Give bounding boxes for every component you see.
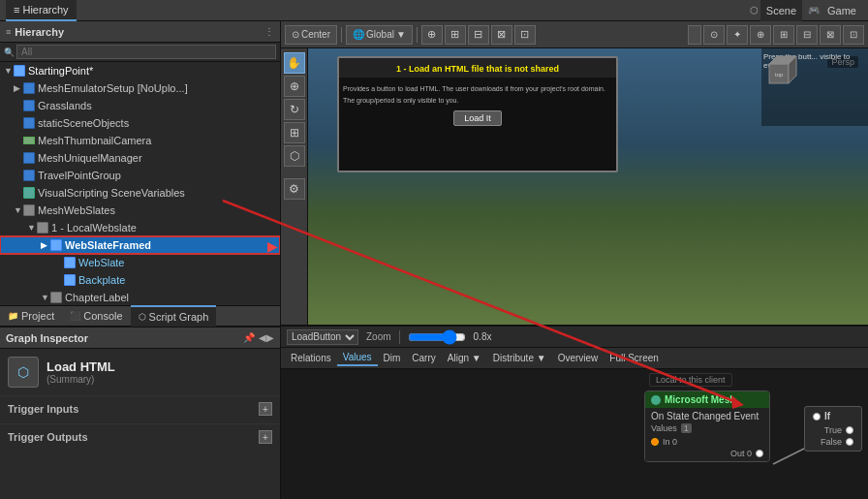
tool4-btn[interactable]: ⊠ <box>491 25 512 45</box>
html-load-btn[interactable]: Load It <box>453 110 502 126</box>
hierarchy-tab-label: ≡ Hierarchy <box>6 0 77 21</box>
tree-item-grasslands[interactable]: Grasslands <box>0 97 280 114</box>
scene-gizmo-cube: top <box>761 52 805 96</box>
vt-dim[interactable]: Dim <box>378 351 407 365</box>
tree-label: VisualScripting SceneVariables <box>38 187 185 199</box>
event-header: Microsoft Mesh <box>665 394 735 405</box>
tree-item-webslate[interactable]: WebSlate <box>0 254 280 271</box>
event-node[interactable]: Microsoft Mesh On State Changed Event Va… <box>644 390 770 462</box>
html-panel: 1 - Load an HTML file that is not shared… <box>337 56 618 172</box>
if-node[interactable]: If True False <box>804 406 862 452</box>
vt-distribute[interactable]: Distribute ▼ <box>487 351 552 365</box>
node-connections <box>281 369 868 499</box>
html-panel-title: 1 - Load an HTML file that is not shared <box>396 64 559 74</box>
gizmo-btn1[interactable]: ⊙ <box>703 25 725 45</box>
transform-tool[interactable]: ⊞ <box>284 122 305 143</box>
rotate-tool[interactable]: ↻ <box>284 99 305 120</box>
tool1-btn[interactable]: ⊕ <box>421 25 443 45</box>
tree-item-meshemulator[interactable]: ▶ MeshEmulatorSetup [NoUplo...] <box>0 79 280 97</box>
gizmo-btn3[interactable]: ⊕ <box>750 25 771 45</box>
gi-arrow-icon[interactable]: ◀▶ <box>259 332 274 343</box>
tree-item-localwebslate[interactable]: ▼ 1 - LocalWebslate <box>0 219 280 236</box>
scene-icon <box>14 65 25 77</box>
vt-overview[interactable]: Overview <box>552 351 604 365</box>
tree-label: StartingPoint* <box>28 65 93 77</box>
add-trigger-input-btn[interactable]: + <box>259 402 272 416</box>
gizmo-btn7[interactable]: ⊡ <box>843 25 864 45</box>
gizmo-btn6[interactable]: ⊠ <box>820 25 841 45</box>
scene-3d: 1 - Load an HTML file that is not shared… <box>308 48 868 325</box>
console-icon: ⬛ <box>70 311 80 321</box>
hierarchy-title: Hierarchy <box>15 26 64 38</box>
loadbutton-select[interactable]: LoadButton <box>287 329 358 345</box>
mesh-icon2 <box>23 100 35 111</box>
tree-item-webslateframed[interactable]: ▶ WebSlateFramed ▶ <box>0 236 280 254</box>
vt-align[interactable]: Align ▼ <box>442 351 487 365</box>
scene-tab[interactable]: Scene <box>760 0 802 21</box>
rect-tool[interactable]: ⬡ <box>284 145 305 167</box>
big-red-arrow <box>281 369 868 499</box>
tree-item-startingpoint[interactable]: ▼ StartingPoint* <box>0 62 280 79</box>
tool3-btn[interactable]: ⊟ <box>468 25 489 45</box>
scripting-icon <box>23 187 35 199</box>
gi-node-icon: ⬡ <box>8 357 39 388</box>
graph-inspector-panel: Graph Inspector 📌 ◀▶ ⬡ Load HTML (Summar… <box>0 327 280 499</box>
unique-icon <box>23 152 35 164</box>
gizmo-btn5[interactable]: ⊟ <box>796 25 818 45</box>
gi-title: Graph Inspector <box>6 332 88 344</box>
search-icon: 🔍 <box>4 47 15 57</box>
hierarchy-header: ≡ Hierarchy ⋮ <box>0 21 280 43</box>
local-client-label: Local to this client <box>649 373 732 387</box>
tree-label: ChapterLabel <box>65 292 129 303</box>
tool5-btn[interactable]: ⊡ <box>514 25 536 45</box>
gizmo-btn2[interactable]: ✦ <box>727 25 748 45</box>
travel-icon <box>23 170 35 181</box>
game-tab[interactable]: Game <box>822 0 862 21</box>
zoom-slider[interactable] <box>408 331 466 343</box>
hierarchy-menu-icon[interactable]: ⋮ <box>264 26 274 37</box>
tree-item-travel[interactable]: TravelPointGroup <box>0 167 280 184</box>
vt-relations[interactable]: Relations <box>285 351 337 365</box>
tree-label: Backplate <box>78 274 125 286</box>
svg-text:top: top <box>775 72 784 78</box>
gear-tool[interactable]: ⚙ <box>284 178 305 200</box>
tree-item-backplate[interactable]: Backplate <box>0 271 280 289</box>
tree-label: MeshThumbnailCamera <box>38 135 151 146</box>
controls-sep2 <box>417 27 418 43</box>
scene-controls-bar: ⊙Center 🌐Global▼ ⊕ ⊞ ⊟ ⊠ ⊡ ⊙ ✦ ⊕ ⊞ ⊟ ⊠ ⊡ <box>281 21 868 48</box>
tree-label: 1 - LocalWebslate <box>51 222 137 234</box>
global-button[interactable]: 🌐Global▼ <box>346 25 413 45</box>
script-graph-section: LoadButton Zoom 0.8x Relations Values Di… <box>281 325 868 499</box>
tree-item-chapterlabel[interactable]: ▼ ChapterLabel <box>0 289 280 305</box>
tab-project[interactable]: 📁 Project <box>0 305 62 327</box>
false-label: False <box>821 437 842 447</box>
controls-sep1 <box>341 27 342 43</box>
local-icon <box>37 222 48 234</box>
tree-label: MeshWebSlates <box>38 204 115 216</box>
tool2-btn[interactable]: ⊞ <box>445 25 466 45</box>
tree-label: MeshUniquelManager <box>38 152 142 164</box>
scene-view: ✋ ⊕ ↻ ⊞ ⬡ ⚙ 1 - Load an HTML file that i… <box>281 48 868 325</box>
tab-console[interactable]: ⬛ Console <box>62 305 130 327</box>
tree-label: WebSlate <box>78 257 125 268</box>
2d-button[interactable] <box>688 25 701 45</box>
hierarchy-search-input[interactable] <box>16 45 276 59</box>
tree-item-webslates[interactable]: ▼ MeshWebSlates <box>0 202 280 219</box>
tree-item-camera[interactable]: MeshThumbnailCamera <box>0 132 280 149</box>
vt-fullscreen[interactable]: Full Screen <box>604 351 665 365</box>
tree-item-static[interactable]: staticSceneObjects <box>0 114 280 132</box>
webslateframed-icon <box>50 239 62 251</box>
tab-script-graph[interactable]: ⬡ Script Graph <box>131 305 217 327</box>
hand-tool[interactable]: ✋ <box>284 52 305 74</box>
values-toolbar: Relations Values Dim Carry Align ▼ Distr… <box>281 348 868 369</box>
gizmo-btn4[interactable]: ⊞ <box>773 25 794 45</box>
tree-item-scripting[interactable]: VisualScripting SceneVariables <box>0 184 280 202</box>
vt-carry[interactable]: Carry <box>406 351 441 365</box>
tree-item-uniquemanager[interactable]: MeshUniquelManager <box>0 149 280 167</box>
center-button[interactable]: ⊙Center <box>285 25 337 45</box>
gi-pin-icon[interactable]: 📌 <box>243 332 255 343</box>
add-trigger-output-btn[interactable]: + <box>259 430 272 444</box>
tree-label: TravelPointGroup <box>38 170 121 181</box>
crosshair-tool[interactable]: ⊕ <box>284 76 305 97</box>
vt-values[interactable]: Values <box>337 350 378 366</box>
